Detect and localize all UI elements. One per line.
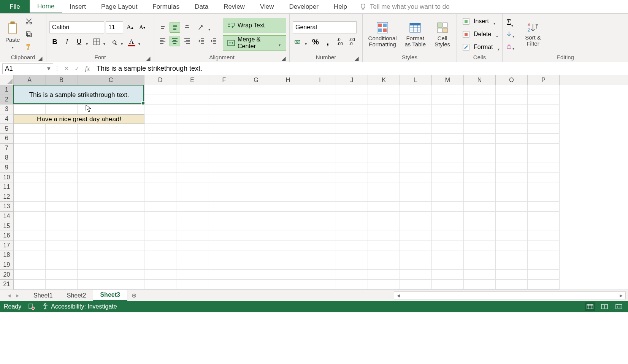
cell[interactable] <box>464 260 496 270</box>
align-top-button[interactable] <box>157 22 168 33</box>
cell[interactable] <box>368 202 400 212</box>
cell[interactable] <box>528 163 560 173</box>
cell[interactable] <box>304 231 336 241</box>
cell[interactable] <box>528 280 560 290</box>
row-header[interactable]: 18 <box>0 250 13 260</box>
cell[interactable] <box>14 241 46 251</box>
row-header[interactable]: 6 <box>0 134 13 144</box>
column-header[interactable]: C <box>78 75 144 85</box>
cell[interactable] <box>528 114 560 124</box>
cell[interactable] <box>240 95 272 105</box>
cell[interactable] <box>272 231 304 241</box>
select-all-corner[interactable] <box>0 75 14 85</box>
italic-button[interactable]: I <box>62 36 72 47</box>
cell[interactable] <box>208 95 240 105</box>
chevron-down-icon[interactable] <box>305 40 309 44</box>
cell[interactable] <box>496 114 528 124</box>
chevron-down-icon[interactable] <box>103 40 107 44</box>
cell[interactable] <box>432 134 464 144</box>
cell[interactable] <box>14 144 46 154</box>
cell[interactable] <box>14 134 46 144</box>
cell[interactable] <box>208 241 240 251</box>
cell[interactable] <box>240 270 272 280</box>
cell[interactable] <box>144 163 176 173</box>
cell[interactable] <box>144 231 176 241</box>
cell[interactable] <box>144 192 176 202</box>
cell[interactable] <box>400 202 432 212</box>
cell[interactable] <box>240 134 272 144</box>
cell[interactable] <box>464 173 496 182</box>
cell[interactable] <box>78 221 144 231</box>
row-header[interactable]: 20 <box>0 270 13 280</box>
cell[interactable] <box>528 182 560 192</box>
row-header[interactable]: 1 <box>0 85 13 95</box>
sheet-tab-sheet3[interactable]: Sheet3 <box>93 290 127 301</box>
align-left-button[interactable] <box>157 36 168 46</box>
cell[interactable] <box>46 212 78 222</box>
cell[interactable] <box>496 280 528 290</box>
cell[interactable] <box>14 231 46 241</box>
cell[interactable] <box>528 124 560 134</box>
cell[interactable] <box>400 231 432 241</box>
cell[interactable] <box>176 221 208 231</box>
cell[interactable] <box>304 192 336 202</box>
cell[interactable] <box>14 192 46 202</box>
increase-indent-button[interactable] <box>208 36 219 46</box>
cell[interactable] <box>14 280 46 290</box>
cell[interactable] <box>368 163 400 173</box>
cell[interactable] <box>432 114 464 124</box>
cell[interactable] <box>400 173 432 182</box>
cell[interactable] <box>144 260 176 270</box>
copy-button[interactable] <box>24 29 34 40</box>
cell[interactable] <box>464 144 496 154</box>
cell[interactable] <box>336 241 368 251</box>
cell[interactable] <box>336 192 368 202</box>
row-header[interactable]: 15 <box>0 221 13 231</box>
cell[interactable] <box>176 134 208 144</box>
cell[interactable] <box>368 104 400 114</box>
cell[interactable] <box>144 280 176 290</box>
font-color-button[interactable]: A <box>126 36 137 47</box>
cell[interactable] <box>368 260 400 270</box>
cell[interactable] <box>304 212 336 222</box>
cell[interactable] <box>240 212 272 222</box>
column-header[interactable]: D <box>144 75 176 85</box>
cell[interactable] <box>304 173 336 182</box>
increase-decimal-button[interactable]: .0.00 <box>335 36 345 47</box>
cell[interactable] <box>272 280 304 290</box>
cell[interactable] <box>46 241 78 251</box>
cell[interactable] <box>432 124 464 134</box>
cell[interactable] <box>528 221 560 231</box>
column-header[interactable]: L <box>400 75 432 85</box>
cell[interactable] <box>46 153 78 163</box>
cell[interactable] <box>400 163 432 173</box>
cell[interactable] <box>432 182 464 192</box>
cell[interactable] <box>208 192 240 202</box>
cell[interactable] <box>176 202 208 212</box>
cell[interactable] <box>240 163 272 173</box>
cell[interactable] <box>208 221 240 231</box>
cell[interactable] <box>176 163 208 173</box>
cell[interactable] <box>304 202 336 212</box>
cell[interactable] <box>144 95 176 105</box>
chevron-down-icon[interactable] <box>208 25 212 29</box>
cell[interactable] <box>144 104 176 114</box>
chevron-down-icon[interactable]: ▾ <box>47 65 51 73</box>
cell[interactable] <box>368 144 400 154</box>
cell[interactable] <box>240 182 272 192</box>
cell[interactable] <box>432 153 464 163</box>
cell[interactable] <box>240 173 272 182</box>
cell[interactable] <box>144 241 176 251</box>
cell[interactable] <box>464 124 496 134</box>
font-size-combo[interactable] <box>106 21 123 33</box>
cell[interactable] <box>240 231 272 241</box>
cell[interactable] <box>496 221 528 231</box>
cell[interactable] <box>240 280 272 290</box>
cell[interactable] <box>336 134 368 144</box>
comma-button[interactable]: , <box>322 36 333 47</box>
cell[interactable] <box>400 85 432 95</box>
cells-area[interactable]: This is a sample strikethrough text.Have… <box>14 85 628 290</box>
cell[interactable] <box>528 104 560 114</box>
row-header[interactable]: 7 <box>0 144 13 154</box>
cell[interactable] <box>464 163 496 173</box>
